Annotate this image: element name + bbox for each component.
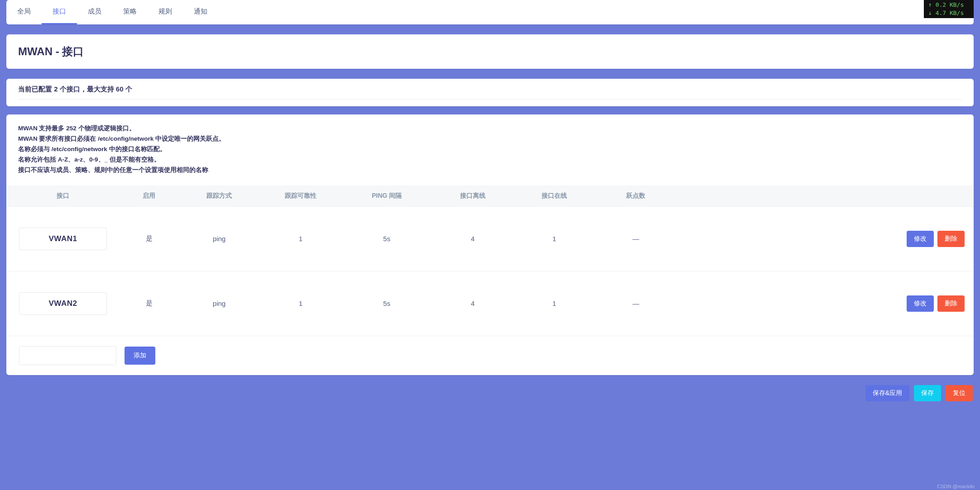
cell-reliability: 1 xyxy=(260,235,341,243)
cell-enabled: 是 xyxy=(120,299,178,308)
col-reliability: 跟踪可靠性 xyxy=(260,192,341,200)
col-iface: 接口 xyxy=(6,192,120,200)
cell-reliability: 1 xyxy=(260,300,341,307)
add-row: 添加 xyxy=(6,336,974,375)
upload-rate: ↑ 0.2 KB/s xyxy=(928,1,969,9)
delete-button[interactable]: 删除 xyxy=(937,295,965,312)
cell-metric: — xyxy=(595,235,677,243)
cell-down: 4 xyxy=(432,235,514,243)
cell-up: 1 xyxy=(514,235,595,243)
nav-tabs: 全局 接口 成员 策略 规则 通知 xyxy=(6,0,974,24)
col-enabled: 启用 xyxy=(120,192,178,200)
cell-down: 4 xyxy=(432,300,514,307)
cell-ping-interval: 5s xyxy=(341,235,432,243)
cell-ping-interval: 5s xyxy=(341,300,432,307)
cell-up: 1 xyxy=(514,300,595,307)
col-up: 接口在线 xyxy=(514,192,595,200)
col-ping-interval: PING 间隔 xyxy=(341,192,432,200)
col-track-method: 跟踪方式 xyxy=(178,192,260,200)
description-block: MWAN 支持最多 252 个物理或逻辑接口。 MWAN 要求所有接口必须在 /… xyxy=(6,114,974,186)
edit-button[interactable]: 修改 xyxy=(907,295,934,312)
edit-button[interactable]: 修改 xyxy=(907,231,934,247)
cell-track-method: ping xyxy=(178,300,260,307)
tab-member[interactable]: 成员 xyxy=(77,0,112,24)
col-down: 接口离线 xyxy=(432,192,514,200)
download-rate: ↓ 4.7 KB/s xyxy=(928,9,969,17)
page-title: MWAN - 接口 xyxy=(18,44,962,59)
iface-name[interactable]: VWAN2 xyxy=(19,292,107,315)
tab-interface[interactable]: 接口 xyxy=(42,0,77,24)
footer-actions: 保存&应用 保存 复位 xyxy=(6,385,974,401)
tab-global[interactable]: 全局 xyxy=(6,0,42,24)
table-row: VWAN1 是 ping 1 5s 4 1 — 修改 删除 xyxy=(6,206,974,271)
save-apply-button[interactable]: 保存&应用 xyxy=(865,385,909,401)
iface-name[interactable]: VWAN1 xyxy=(19,228,107,250)
add-button[interactable]: 添加 xyxy=(125,347,155,365)
network-stats: ↑ 0.2 KB/s ↓ 4.7 KB/s xyxy=(924,0,974,18)
add-name-input[interactable] xyxy=(19,346,116,365)
tab-policy[interactable]: 策略 xyxy=(112,0,148,24)
table-row: VWAN2 是 ping 1 5s 4 1 — 修改 删除 xyxy=(6,271,974,336)
col-metric: 跃点数 xyxy=(595,192,677,200)
tab-rule[interactable]: 规则 xyxy=(148,0,183,24)
cell-track-method: ping xyxy=(178,235,260,243)
status-line: 当前已配置 2 个接口，最大支持 60 个 xyxy=(6,79,974,106)
cell-enabled: 是 xyxy=(120,234,178,243)
tab-notify[interactable]: 通知 xyxy=(183,0,218,24)
delete-button[interactable]: 删除 xyxy=(937,231,965,247)
reset-button[interactable]: 复位 xyxy=(946,385,973,401)
cell-metric: — xyxy=(595,300,677,307)
save-button[interactable]: 保存 xyxy=(914,385,941,401)
table-header: 接口 启用 跟踪方式 跟踪可靠性 PING 间隔 接口离线 接口在线 跃点数 xyxy=(6,186,974,206)
